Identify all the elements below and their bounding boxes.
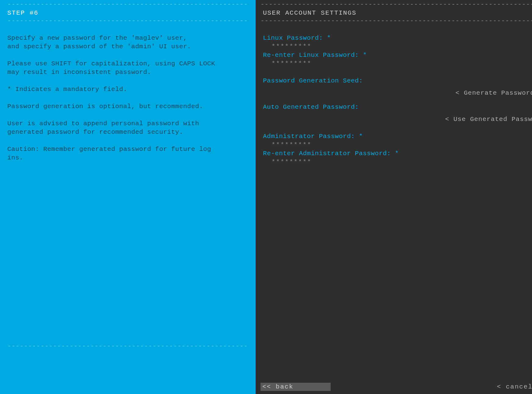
linux-password-field[interactable]: ********* (263, 42, 532, 51)
linux-password-confirm-label: Re-enter Linux Password: * (263, 51, 532, 60)
instruction-line-6: Caution: Remember generated password for… (7, 145, 248, 162)
linux-password-confirm-field[interactable]: ********* (263, 60, 532, 68)
instruction-line-5: User is advised to append personal passw… (7, 119, 248, 137)
linux-password-label: Linux Password: * (263, 34, 532, 42)
cancel-button[interactable]: < cancel > (497, 383, 532, 390)
account-form: Linux Password: * ********* Re-enter Lin… (261, 24, 532, 166)
admin-password-field[interactable]: ********* (263, 141, 532, 149)
instruction-line-3: * Indicates a mandatory field. (7, 85, 248, 94)
generate-password-button[interactable]: < Generate Password > (263, 89, 532, 97)
right-panel: ----------------------------------------… (256, 0, 532, 394)
admin-password-confirm-field[interactable]: ********* (263, 158, 532, 166)
title-underline-right: ----------------------------------------… (261, 18, 532, 24)
footer-nav: << back < cancel > next >> (261, 383, 532, 391)
back-button[interactable]: << back (261, 383, 331, 391)
admin-password-confirm-label: Re-enter Administrator Password: * (263, 149, 532, 158)
instruction-line-1: Specify a new password for the 'maglev' … (7, 34, 248, 51)
use-generated-password-button[interactable]: < Use Generated Password > (263, 115, 532, 124)
top-border-right: ----------------------------------------… (261, 1, 532, 8)
instruction-line-2: Please use SHIFT for capitalization, usi… (7, 60, 248, 77)
step-title: STEP #6 (7, 9, 248, 16)
title-underline-left: ----------------------------------------… (7, 18, 248, 24)
bottom-border-left: ----------------------------------------… (7, 343, 248, 349)
instruction-line-4: Password generation is optional, but rec… (7, 102, 248, 111)
top-border-left: ----------------------------------------… (7, 1, 248, 8)
seed-label: Password Generation Seed: (263, 77, 532, 85)
admin-password-label: Administrator Password: * (263, 132, 532, 141)
left-panel: ----------------------------------------… (0, 0, 256, 394)
auto-generated-label: Auto Generated Password: (263, 103, 532, 111)
instructions-body: Specify a new password for the 'maglev' … (7, 34, 248, 162)
settings-title: USER ACCOUNT SETTINGS (261, 9, 532, 16)
